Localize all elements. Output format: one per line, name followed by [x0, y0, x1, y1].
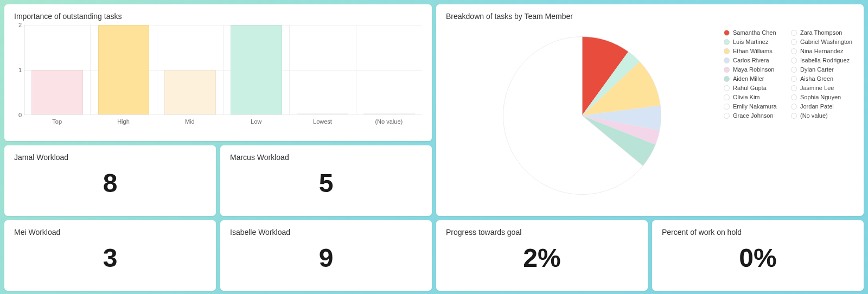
legend-swatch — [791, 113, 797, 119]
bar — [363, 113, 415, 114]
legend-item[interactable]: Sophia Nguyen — [791, 94, 854, 100]
pie-chart-wrap: Samantha ChenLuis MartinezEthan Williams… — [446, 25, 854, 206]
legend-label: Samantha Chen — [733, 29, 776, 36]
bar-column — [356, 25, 422, 114]
pie-chart-card: Breakdown of tasks by Team Member Samant… — [436, 4, 864, 216]
hold-title: Percent of work on hold — [662, 228, 854, 237]
legend-label: Grace Johnson — [733, 112, 774, 119]
bar — [31, 70, 83, 115]
legend-label: Aiden Miller — [733, 75, 764, 82]
workload-title: Isabelle Workload — [230, 228, 422, 237]
bar-x-label: Top — [24, 115, 90, 128]
bar-y-tick: 2 — [18, 22, 22, 28]
bar — [164, 70, 216, 115]
legend-label: Gabriel Washington — [800, 39, 852, 45]
progress-card: Progress towards goal 2% — [436, 220, 648, 291]
legend-swatch — [791, 57, 797, 63]
legend-swatch — [791, 39, 797, 45]
bar-x-labels: TopHighMidLowLowest(No value) — [24, 115, 422, 128]
workload-value: 5 — [230, 168, 422, 198]
legend-item[interactable]: Jordan Patel — [791, 103, 854, 110]
legend-swatch — [724, 76, 730, 82]
legend-label: Olivia Kim — [733, 94, 760, 100]
bar — [231, 25, 282, 114]
legend-item[interactable]: Aisha Green — [791, 75, 854, 82]
bar-chart-card: Importance of outstanding tasks 012 TopH… — [4, 4, 432, 141]
hold-value: 0% — [662, 243, 854, 273]
bar-column — [290, 25, 356, 114]
legend-item[interactable]: Aiden Miller — [724, 75, 787, 82]
legend-item[interactable]: Nina Hernandez — [791, 48, 854, 54]
workload-title: Jamal Workload — [14, 153, 206, 162]
workload-title: Marcus Workload — [230, 153, 422, 162]
bar-x-label: (No value) — [356, 115, 422, 128]
legend-label: Dylan Carter — [800, 66, 834, 73]
legend-swatch — [724, 94, 730, 100]
hold-card: Percent of work on hold 0% — [652, 220, 864, 291]
workload-card-2: Marcus Workload 5 — [220, 145, 432, 216]
pie-svg-wrap — [446, 25, 718, 206]
legend-swatch — [791, 94, 797, 100]
legend-swatch — [724, 67, 730, 73]
legend-label: Maya Robinson — [733, 66, 774, 73]
legend-label: Isabella Rodriguez — [800, 57, 850, 63]
legend-item[interactable]: Ethan Williams — [724, 48, 787, 54]
legend-label: (No value) — [800, 112, 828, 119]
workload-card-4: Isabelle Workload 9 — [220, 220, 432, 291]
bar-plot-area — [24, 25, 422, 115]
legend-item[interactable]: Carlos Rivera — [724, 57, 787, 63]
legend-swatch — [791, 67, 797, 73]
bar-y-axis: 012 — [14, 25, 22, 115]
workload-value: 8 — [14, 168, 206, 198]
legend-swatch — [724, 104, 730, 110]
bar-column — [224, 25, 290, 114]
legend-swatch — [724, 39, 730, 45]
progress-title: Progress towards goal — [446, 228, 638, 237]
progress-value: 2% — [446, 243, 638, 273]
legend-swatch — [791, 104, 797, 110]
workload-card-1: Jamal Workload 8 — [4, 145, 216, 216]
legend-label: Nina Hernandez — [800, 48, 844, 54]
legend-label: Jordan Patel — [800, 103, 834, 110]
bar — [98, 25, 150, 114]
legend-item[interactable]: Jasmine Lee — [791, 85, 854, 91]
bar-column — [157, 25, 224, 114]
legend-label: Jasmine Lee — [800, 85, 834, 91]
legend-swatch — [791, 85, 797, 91]
legend-item[interactable]: Olivia Kim — [724, 94, 787, 100]
legend-item[interactable]: Dylan Carter — [791, 66, 854, 73]
legend-item[interactable]: Zara Thompson — [791, 29, 854, 36]
bar-y-tick: 1 — [18, 67, 22, 73]
workload-card-3: Mei Workload 3 — [4, 220, 216, 291]
pie-legend: Samantha ChenLuis MartinezEthan Williams… — [718, 25, 854, 122]
workload-value: 9 — [230, 243, 422, 273]
workload-value: 3 — [14, 243, 206, 273]
legend-item[interactable]: Emily Nakamura — [724, 103, 787, 110]
legend-label: Carlos Rivera — [733, 57, 769, 63]
legend-swatch — [791, 48, 797, 54]
legend-label: Sophia Nguyen — [800, 94, 841, 100]
legend-swatch — [791, 76, 797, 82]
bar-column — [91, 25, 157, 114]
legend-label: Emily Nakamura — [733, 103, 777, 110]
legend-swatch — [724, 48, 730, 54]
legend-item[interactable]: Gabriel Washington — [791, 39, 854, 45]
legend-item[interactable]: Rahul Gupta — [724, 85, 787, 91]
legend-label: Ethan Williams — [733, 48, 773, 54]
bar-x-label: Low — [223, 115, 289, 128]
legend-item[interactable]: (No value) — [791, 112, 854, 119]
legend-item[interactable]: Luis Martinez — [724, 39, 787, 45]
legend-item[interactable]: Grace Johnson — [724, 112, 787, 119]
workload-title: Mei Workload — [14, 228, 206, 237]
bar-x-label: High — [90, 115, 156, 128]
bar-x-label: Lowest — [289, 115, 355, 128]
legend-swatch — [724, 85, 730, 91]
legend-label: Zara Thompson — [800, 29, 842, 36]
legend-swatch — [724, 30, 730, 36]
bar-y-tick: 0 — [18, 112, 22, 118]
legend-item[interactable]: Isabella Rodriguez — [791, 57, 854, 63]
legend-swatch — [791, 30, 797, 36]
legend-item[interactable]: Maya Robinson — [724, 66, 787, 73]
bar-column — [24, 25, 91, 114]
legend-item[interactable]: Samantha Chen — [724, 29, 787, 36]
